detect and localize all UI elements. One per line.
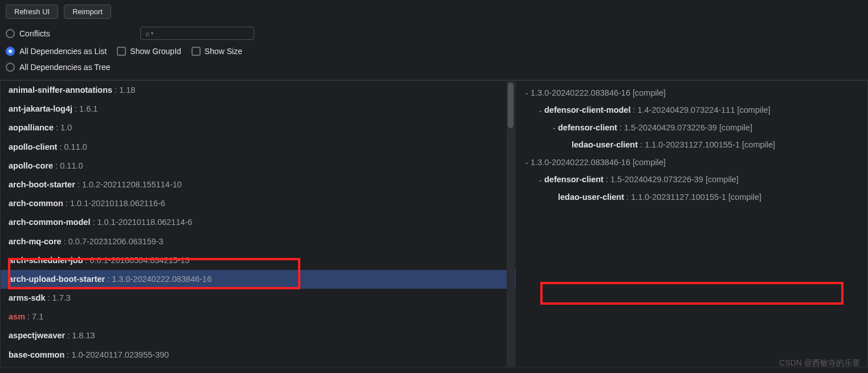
list-item[interactable]: arch-upload-boot-starter : 1.3.0-2024022… bbox=[1, 270, 515, 289]
list-item[interactable]: arms-sdk : 1.7.3 bbox=[1, 289, 515, 308]
checkbox-icon bbox=[191, 47, 201, 56]
list-item[interactable]: apollo-core : 0.11.0 bbox=[1, 157, 515, 175]
dependency-version: : 1.6.1 bbox=[72, 104, 97, 113]
dependency-version: : 0.0.1-20180504.034215-13 bbox=[83, 256, 190, 265]
list-item[interactable]: aspectjweaver : 1.8.13 bbox=[1, 326, 515, 345]
dependency-name: arch-boot-starter bbox=[9, 180, 75, 189]
chevron-down-icon: ▾ bbox=[151, 31, 153, 36]
list-item[interactable]: aopalliance : 1.0 bbox=[1, 118, 515, 137]
radio-all-list[interactable]: All Dependencies as List bbox=[6, 47, 107, 56]
dependency-scope: [compile] bbox=[737, 105, 771, 114]
dependency-name: arch-scheduler-job bbox=[9, 256, 83, 265]
radio-icon bbox=[6, 29, 15, 38]
checkbox-show-size-label: Show Size bbox=[205, 47, 242, 56]
dependency-version: 1.5-20240429.073226-39 bbox=[624, 123, 719, 132]
dependency-name: ledao-user-client bbox=[572, 140, 638, 149]
chevron-down-icon[interactable]: ⌄ bbox=[523, 88, 531, 97]
view-options: Conflicts ⌕ ▾ All Dependencies as List S… bbox=[0, 23, 868, 80]
radio-all-tree-label: All Dependencies as Tree bbox=[19, 63, 111, 72]
tree-row[interactable]: ⌄defensor-client-model : 1.4-20240429.07… bbox=[516, 101, 867, 118]
tree-row[interactable]: ledao-user-client : 1.1.0-20231127.10015… bbox=[516, 136, 867, 153]
dependency-name: defensor-client bbox=[544, 175, 604, 184]
reimport-button[interactable]: Reimport bbox=[64, 5, 111, 19]
list-item[interactable]: arch-common : 1.0.1-20210118.062116-6 bbox=[1, 194, 515, 213]
radio-icon bbox=[6, 63, 15, 72]
list-item[interactable]: asm : 7.1 bbox=[1, 308, 515, 326]
chevron-down-icon[interactable]: ⌄ bbox=[536, 175, 544, 185]
dependency-name: animal-sniffer-annotations bbox=[9, 85, 112, 95]
dependency-version: : 0.0.7-20231206.063159-3 bbox=[62, 237, 164, 246]
toolbar: Refresh UI Reimport bbox=[0, 0, 868, 23]
chevron-down-icon[interactable]: ⌄ bbox=[550, 123, 558, 132]
dependency-version: 1.1.0-20231127.100155-1 bbox=[645, 140, 742, 149]
radio-all-list-label: All Dependencies as List bbox=[19, 47, 107, 56]
dependency-scope: [compile] bbox=[633, 88, 666, 97]
dependency-version: : 1.0.1-20210118.062114-6 bbox=[90, 218, 192, 227]
checkbox-show-groupid-label: Show GroupId bbox=[130, 47, 181, 56]
tree-row[interactable]: ledao-user-client : 1.1.0-20231127.10015… bbox=[516, 188, 867, 206]
checkbox-show-size[interactable]: Show Size bbox=[191, 47, 242, 56]
list-item[interactable]: ant-jakarta-log4j : 1.6.1 bbox=[1, 100, 515, 118]
dependency-version: : 1.0 bbox=[54, 123, 72, 132]
list-item[interactable]: arch-common-model : 1.0.1-20210118.06211… bbox=[1, 213, 515, 232]
tree-row[interactable]: ⌄defensor-client : 1.5-20240429.073226-3… bbox=[516, 171, 867, 188]
dependency-name: asm bbox=[9, 312, 25, 321]
dependency-tree-pane: ⌄1.3.0-20240222.083846-16 [compile]⌄defe… bbox=[516, 80, 868, 367]
dependency-version: 1.5-20240429.073226-39 bbox=[610, 175, 706, 184]
dependency-name: base-common bbox=[9, 350, 64, 359]
list-item[interactable]: bcprov-jdk15on : 1.67 bbox=[1, 364, 515, 367]
dependency-scope: [compile] bbox=[742, 140, 775, 149]
radio-all-tree[interactable]: All Dependencies as Tree bbox=[6, 63, 111, 72]
dependency-version: : 1.7.3 bbox=[45, 293, 70, 302]
dependency-version: 1.3.0-20240222.083846-16 bbox=[531, 88, 633, 97]
radio-conflicts-label: Conflicts bbox=[19, 29, 50, 38]
chevron-down-icon[interactable]: ⌄ bbox=[523, 158, 531, 167]
dependency-name: ledao-user-client bbox=[558, 192, 624, 202]
dependency-name: apollo-client bbox=[9, 142, 57, 151]
dependency-name: arch-common bbox=[9, 199, 63, 208]
dependency-version: : 1.8.13 bbox=[65, 331, 95, 340]
search-icon: ⌕ bbox=[145, 29, 150, 38]
list-item[interactable]: arch-scheduler-job : 0.0.1-20180504.0342… bbox=[1, 251, 515, 270]
dependency-version: : 1.0.2-20211208.155114-10 bbox=[75, 180, 182, 189]
dependency-scope: [compile] bbox=[719, 123, 752, 132]
tree-row[interactable]: ⌄defensor-client : 1.5-20240429.073226-3… bbox=[516, 119, 867, 136]
refresh-ui-button[interactable]: Refresh UI bbox=[6, 5, 58, 19]
dependency-version: : 1.18 bbox=[112, 85, 135, 95]
dependency-version: 1.1.0-20231127.100155-1 bbox=[631, 192, 728, 202]
radio-conflicts[interactable]: Conflicts bbox=[6, 29, 50, 38]
checkbox-icon bbox=[117, 47, 126, 56]
list-item[interactable]: animal-sniffer-annotations : 1.18 bbox=[1, 81, 515, 100]
dependency-version: : 0.11.0 bbox=[53, 161, 83, 170]
dependency-version: : 1.0.1-20210118.062116-6 bbox=[63, 199, 165, 208]
list-item[interactable]: arch-mq-core : 0.0.7-20231206.063159-3 bbox=[1, 232, 515, 251]
list-item[interactable]: arch-boot-starter : 1.0.2-20211208.15511… bbox=[1, 175, 515, 194]
list-item[interactable]: base-common : 1.0-20240117.023955-390 bbox=[1, 346, 515, 364]
dependency-version: 1.3.0-20240222.083846-16 bbox=[531, 158, 633, 167]
dependency-scope: [compile] bbox=[706, 175, 739, 184]
dependency-version: : 1.0-20240117.023955-390 bbox=[64, 350, 169, 359]
dependency-version: : 1.3.0-20240222.083846-16 bbox=[105, 274, 211, 284]
dependency-list-pane: animal-sniffer-annotations : 1.18ant-jak… bbox=[0, 80, 516, 367]
dependency-name: arch-mq-core bbox=[9, 237, 62, 246]
list-item[interactable]: apollo-client : 0.11.0 bbox=[1, 138, 515, 157]
search-input[interactable]: ⌕ ▾ bbox=[140, 27, 254, 40]
dependency-name: apollo-core bbox=[9, 161, 53, 170]
dependency-name: defensor-client bbox=[558, 123, 617, 132]
tree-row[interactable]: ⌄1.3.0-20240222.083846-16 [compile] bbox=[516, 84, 867, 101]
dependency-name: aspectjweaver bbox=[9, 331, 65, 340]
chevron-down-icon[interactable]: ⌄ bbox=[536, 106, 544, 115]
watermark: CSDN @西敏寺的乐章 bbox=[779, 358, 860, 368]
tree-row[interactable]: ⌄1.3.0-20240222.083846-16 [compile] bbox=[516, 154, 867, 171]
dependency-version: : 7.1 bbox=[25, 312, 43, 321]
dependency-name: ant-jakarta-log4j bbox=[9, 104, 72, 113]
dependency-version: : 0.11.0 bbox=[57, 142, 87, 151]
dependency-name: arms-sdk bbox=[9, 293, 45, 302]
scrollbar-thumb[interactable] bbox=[508, 83, 514, 128]
checkbox-show-groupid[interactable]: Show GroupId bbox=[117, 47, 181, 56]
dependency-name: arch-upload-boot-starter bbox=[9, 274, 105, 284]
dependency-name: arch-common-model bbox=[9, 218, 90, 227]
radio-icon bbox=[6, 47, 15, 56]
scrollbar[interactable] bbox=[507, 81, 515, 366]
dependency-name: aopalliance bbox=[9, 123, 54, 132]
